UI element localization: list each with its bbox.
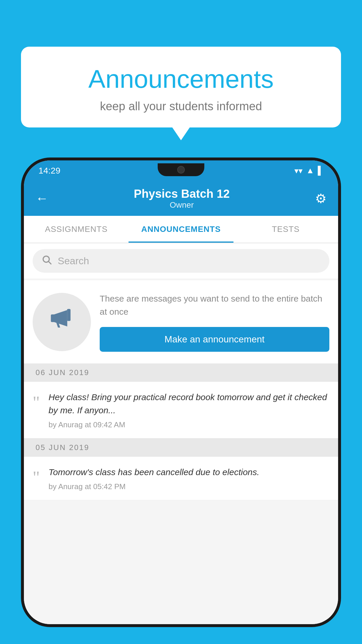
battery-icon: ▌ xyxy=(318,166,324,175)
phone-screen: 14:29 ▾▾ ▲ ▌ ← Physics Batch 12 Owner ⚙ xyxy=(24,160,338,624)
megaphone-icon xyxy=(49,306,75,338)
megaphone-circle xyxy=(33,293,91,351)
announcement-item-2[interactable]: " Tomorrow's class has been cancelled du… xyxy=(24,457,338,500)
bubble-subtitle: keep all your students informed xyxy=(36,100,326,113)
quote-icon-2: " xyxy=(33,468,40,486)
app-bar: ← Physics Batch 12 Owner ⚙ xyxy=(24,181,338,216)
status-icons: ▾▾ ▲ ▌ xyxy=(294,166,324,176)
phone-notch xyxy=(158,163,204,176)
tab-announcements[interactable]: ANNOUNCEMENTS xyxy=(129,216,233,243)
phone: 14:29 ▾▾ ▲ ▌ ← Physics Batch 12 Owner ⚙ xyxy=(21,158,341,627)
phone-wrapper: 14:29 ▾▾ ▲ ▌ ← Physics Batch 12 Owner ⚙ xyxy=(21,158,341,644)
date-divider-2: 05 JUN 2019 xyxy=(24,438,338,457)
announcement-text-2: Tomorrow's class has been cancelled due … xyxy=(49,466,330,479)
announcement-content-1: Hey class! Bring your practical record b… xyxy=(49,391,330,429)
search-icon xyxy=(41,254,52,267)
phone-camera xyxy=(177,166,185,174)
svg-line-1 xyxy=(49,262,51,264)
date-divider-1: 06 JUN 2019 xyxy=(24,363,338,382)
bubble-title: Announcements xyxy=(36,64,326,94)
quote-icon-1: " xyxy=(33,393,40,411)
announcement-cta: These are messages you want to send to t… xyxy=(24,280,338,363)
tabs: ASSIGNMENTS ANNOUNCEMENTS TESTS xyxy=(24,216,338,243)
wifi-icon: ▾▾ xyxy=(294,166,303,176)
make-announcement-button[interactable]: Make an announcement xyxy=(100,327,329,352)
back-button[interactable]: ← xyxy=(36,191,48,206)
status-time: 14:29 xyxy=(38,166,60,176)
search-box[interactable]: Search xyxy=(33,249,329,273)
announcement-content-2: Tomorrow's class has been cancelled due … xyxy=(49,466,330,491)
app-bar-title: Physics Batch 12 xyxy=(134,187,230,200)
search-placeholder: Search xyxy=(58,255,89,267)
speech-bubble: Announcements keep all your students inf… xyxy=(21,47,341,127)
cta-description: These are messages you want to send to t… xyxy=(100,292,329,318)
content-area: Search xyxy=(24,243,338,624)
tab-assignments[interactable]: ASSIGNMENTS xyxy=(24,216,129,243)
search-container: Search xyxy=(24,243,338,279)
app-bar-title-area: Physics Batch 12 Owner xyxy=(134,187,230,210)
announcement-meta-2: by Anurag at 05:42 PM xyxy=(49,482,330,491)
settings-button[interactable]: ⚙ xyxy=(315,191,326,206)
announcement-item-1[interactable]: " Hey class! Bring your practical record… xyxy=(24,382,338,438)
tab-tests[interactable]: TESTS xyxy=(233,216,338,243)
signal-icon: ▲ xyxy=(306,166,314,175)
app-bar-subtitle: Owner xyxy=(134,200,230,210)
announcement-meta-1: by Anurag at 09:42 AM xyxy=(49,420,330,429)
cta-right: These are messages you want to send to t… xyxy=(100,292,329,352)
announcement-text-1: Hey class! Bring your practical record b… xyxy=(49,391,330,417)
